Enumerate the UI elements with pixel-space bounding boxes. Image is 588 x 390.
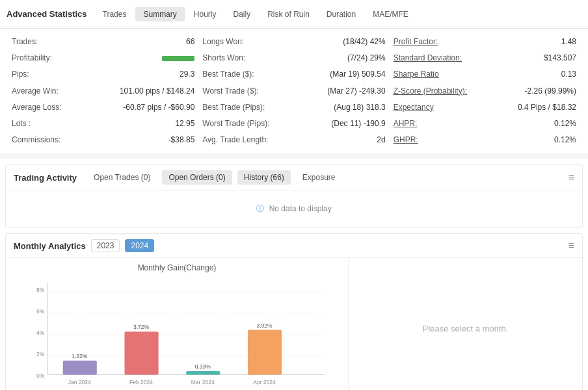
stat-avg-trade-length: Avg. Trade Length: 2d: [198, 132, 389, 148]
chart-title: Monthly Gain(Change): [14, 263, 340, 272]
tab-mae-mfe[interactable]: MAE/MFE: [365, 7, 416, 21]
stat-best-trade-usd-value: (Mar 19) 509.54: [330, 68, 385, 81]
stat-avg-trade-length-label: Avg. Trade Length:: [202, 134, 268, 146]
svg-text:Apr 2024: Apr 2024: [253, 379, 276, 385]
stats-grid: Trades: 66 Profitability: Pips: 29.3 Ave…: [8, 34, 580, 148]
stat-profitability-label: Profitability:: [12, 52, 52, 64]
svg-rect-11: [63, 361, 97, 375]
tab-open-orders[interactable]: Open Orders (0): [162, 170, 232, 185]
stat-profit-factor-label: Profit Factor:: [394, 36, 438, 48]
stat-shorts-won: Shorts Won: (7/24) 29%: [198, 50, 389, 66]
stat-sharpe-label: Sharpe Ratio: [394, 68, 439, 81]
stat-avg-win-value: 101.00 pips / $148.24: [120, 85, 194, 98]
stat-commissions-value: -$38.85: [168, 134, 195, 146]
stats-col-2: Longs Won: (18/42) 42% Shorts Won: (7/24…: [198, 34, 389, 148]
stat-zscore: Z-Score (Probability): -2.26 (99.99%): [390, 83, 580, 99]
svg-text:6%: 6%: [36, 308, 45, 315]
stats-col-3: Profit Factor: 1.48 Standard Deviation: …: [390, 34, 580, 148]
svg-text:Mar 2024: Mar 2024: [191, 379, 215, 385]
stat-ghpr: GHPR: 0.12%: [390, 132, 580, 148]
tab-duration[interactable]: Duration: [319, 7, 364, 21]
tab-trades[interactable]: Trades: [95, 7, 135, 21]
info-icon: ⓘ: [256, 204, 264, 213]
stat-worst-trade-pips-label: Worst Trade (Pips):: [202, 118, 269, 130]
stat-avg-win: Average Win: 101.00 pips / $148.24: [8, 83, 198, 99]
tab-exposure[interactable]: Exposure: [296, 170, 342, 185]
stat-avg-trade-length-value: 2d: [377, 134, 385, 146]
svg-text:4%: 4%: [36, 330, 45, 336]
stat-trades-value: 66: [186, 36, 194, 48]
stat-shorts-won-value: (7/24) 29%: [347, 52, 386, 64]
stat-std-dev-value: $143.507: [544, 52, 576, 64]
stat-expectancy-label: Expectancy: [394, 101, 434, 114]
side-panel: Please select a month.: [348, 258, 582, 390]
stat-expectancy: Expectancy 0.4 Pips / $18.32: [390, 99, 580, 116]
stat-worst-trade-usd-value: (Mar 27) -249.30: [327, 85, 385, 98]
tab-open-trades[interactable]: Open Trades (0): [87, 170, 157, 185]
stat-ahpr-label: AHPR:: [394, 118, 418, 130]
stat-zscore-value: -2.26 (99.99%): [525, 85, 576, 98]
stat-profitability: Profitability:: [8, 50, 198, 66]
chart-area: Monthly Gain(Change) 0% 2% 4% 6% 8%: [6, 258, 348, 390]
stat-lots-label: Lots :: [12, 118, 31, 130]
stat-commissions: Commissions: -$38.85: [8, 132, 198, 148]
stat-avg-loss-label: Average Loss:: [12, 101, 62, 114]
stat-pips: Pips: 29.3: [8, 66, 198, 83]
stat-best-trade-usd: Best Trade ($): (Mar 19) 509.54: [198, 66, 389, 83]
stat-avg-win-label: Average Win:: [12, 85, 59, 98]
activity-header: Trading Activity Open Trades (0) Open Or…: [6, 165, 582, 190]
svg-text:3.92%: 3.92%: [256, 322, 273, 329]
monthly-content: Monthly Gain(Change) 0% 2% 4% 6% 8%: [6, 258, 582, 390]
trading-activity-section: Trading Activity Open Trades (0) Open Or…: [5, 164, 583, 228]
stat-longs-won-value: (18/42) 42%: [343, 36, 385, 48]
stat-shorts-won-label: Shorts Won:: [202, 52, 245, 64]
svg-text:0.33%: 0.33%: [195, 363, 211, 370]
svg-text:Jan 2024: Jan 2024: [68, 379, 91, 385]
stat-commissions-label: Commissions:: [12, 134, 60, 146]
no-data-text: No data to display: [269, 204, 332, 213]
stat-longs-won-label: Longs Won:: [202, 36, 244, 48]
activity-content: ⓘ No data to display: [6, 190, 582, 228]
filter-icon[interactable]: ≡: [568, 172, 574, 183]
tab-history[interactable]: History (66): [237, 170, 291, 185]
monthly-title: Monthly Analytics: [14, 241, 86, 251]
svg-text:1.22%: 1.22%: [72, 353, 88, 359]
stat-worst-trade-pips-value: (Dec 11) -190.9: [331, 118, 385, 130]
svg-text:3.72%: 3.72%: [133, 324, 150, 331]
year-tab-2024[interactable]: 2024: [125, 239, 154, 252]
stat-best-trade-usd-label: Best Trade ($):: [202, 68, 254, 81]
tab-hourly[interactable]: Hourly: [186, 7, 224, 21]
stat-longs-won: Longs Won: (18/42) 42%: [198, 34, 389, 50]
section-divider-1: [0, 154, 588, 159]
stat-best-trade-pips-value: (Aug 18) 318.3: [334, 101, 385, 114]
stats-section: Trades: 66 Profitability: Pips: 29.3 Ave…: [0, 29, 588, 154]
app-title: Advanced Statistics: [7, 9, 87, 19]
stat-std-dev: Standard Deviation: $143.507: [390, 50, 580, 66]
svg-text:Feb 2024: Feb 2024: [129, 379, 153, 385]
stat-std-dev-label: Standard Deviation:: [394, 52, 462, 64]
stat-lots: Lots : 12.95: [8, 116, 198, 132]
stat-worst-trade-pips: Worst Trade (Pips): (Dec 11) -190.9: [198, 116, 389, 132]
profitability-bar: [162, 56, 194, 61]
stat-profitability-value: [159, 52, 194, 64]
tab-summary[interactable]: Summary: [135, 7, 184, 21]
stat-ghpr-value: 0.12%: [554, 134, 576, 146]
monthly-filter-icon[interactable]: ≡: [568, 240, 574, 252]
year-tab-2023[interactable]: 2023: [91, 239, 120, 252]
svg-rect-17: [186, 371, 220, 375]
stat-profit-factor: Profit Factor: 1.48: [390, 34, 580, 50]
svg-rect-14: [124, 332, 158, 375]
monthly-header: Monthly Analytics 2023 2024 ≡: [6, 234, 582, 258]
activity-title: Trading Activity: [14, 173, 77, 183]
stat-zscore-label: Z-Score (Probability):: [394, 85, 467, 98]
stat-trades-label: Trades:: [12, 36, 38, 48]
svg-text:2%: 2%: [36, 351, 45, 358]
stat-trades: Trades: 66: [8, 34, 198, 50]
stat-best-trade-pips-label: Best Trade (Pips):: [202, 101, 265, 114]
chart-container: 0% 2% 4% 6% 8% 1.22% J: [14, 276, 340, 390]
stat-ghpr-label: GHPR:: [394, 134, 418, 146]
stat-profit-factor-value: 1.48: [561, 36, 576, 48]
bar-chart: 0% 2% 4% 6% 8% 1.22% J: [14, 276, 340, 390]
tab-risk-of-ruin[interactable]: Risk of Ruin: [260, 7, 317, 21]
tab-daily[interactable]: Daily: [225, 7, 258, 21]
